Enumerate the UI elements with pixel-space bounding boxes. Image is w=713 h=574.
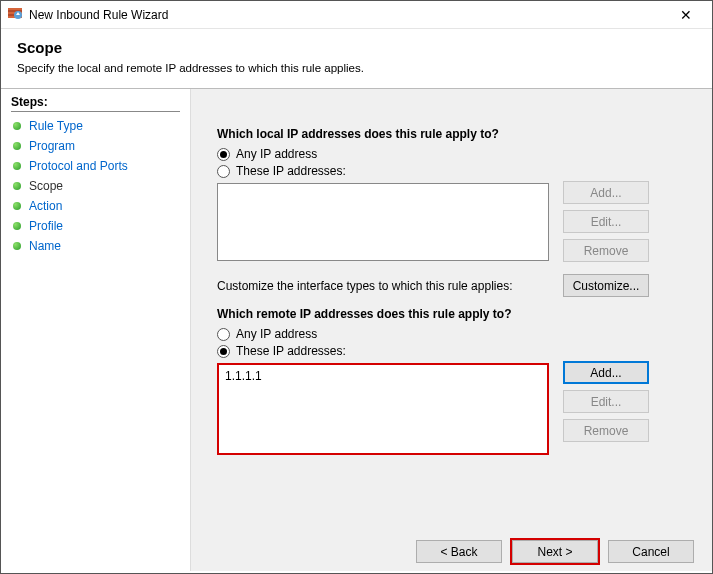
titlebar: New Inbound Rule Wizard ✕ xyxy=(1,1,712,29)
step-name[interactable]: Name xyxy=(11,236,180,256)
local-ip-listbox[interactable] xyxy=(217,183,549,261)
radio-label: These IP addresses: xyxy=(236,164,346,178)
step-bullet-icon xyxy=(13,142,21,150)
step-label: Name xyxy=(29,239,61,253)
remote-any-ip-radio[interactable]: Any IP address xyxy=(217,327,692,341)
page-title: Scope xyxy=(17,39,696,56)
back-button[interactable]: < Back xyxy=(416,540,502,563)
step-bullet-icon xyxy=(13,162,21,170)
radio-label: These IP addresses: xyxy=(236,344,346,358)
step-label: Profile xyxy=(29,219,63,233)
radio-icon xyxy=(217,345,230,358)
local-add-button[interactable]: Add... xyxy=(563,181,649,204)
step-label: Scope xyxy=(29,179,63,193)
step-label: Program xyxy=(29,139,75,153)
step-action[interactable]: Action xyxy=(11,196,180,216)
cancel-button[interactable]: Cancel xyxy=(608,540,694,563)
steps-heading: Steps: xyxy=(11,95,180,112)
remote-remove-button[interactable]: Remove xyxy=(563,419,649,442)
page-subtitle: Specify the local and remote IP addresse… xyxy=(17,62,696,74)
window-title: New Inbound Rule Wizard xyxy=(29,8,666,22)
step-label: Protocol and Ports xyxy=(29,159,128,173)
svg-rect-1 xyxy=(8,8,22,10)
remote-these-ip-radio[interactable]: These IP addresses: xyxy=(217,344,692,358)
step-label: Action xyxy=(29,199,62,213)
step-rule-type[interactable]: Rule Type xyxy=(11,116,180,136)
step-profile[interactable]: Profile xyxy=(11,216,180,236)
radio-label: Any IP address xyxy=(236,327,317,341)
close-button[interactable]: ✕ xyxy=(666,1,706,29)
wizard-footer: < Back Next > Cancel xyxy=(416,540,694,563)
step-protocol-and-ports[interactable]: Protocol and Ports xyxy=(11,156,180,176)
steps-sidebar: Steps: Rule Type Program Protocol and Po… xyxy=(1,89,191,571)
local-ip-question: Which local IP addresses does this rule … xyxy=(217,127,692,141)
step-bullet-icon xyxy=(13,222,21,230)
local-edit-button[interactable]: Edit... xyxy=(563,210,649,233)
step-bullet-icon xyxy=(13,202,21,210)
wizard-header: Scope Specify the local and remote IP ad… xyxy=(1,29,712,89)
next-button[interactable]: Next > xyxy=(512,540,598,563)
local-these-ip-radio[interactable]: These IP addresses: xyxy=(217,164,692,178)
radio-icon xyxy=(217,328,230,341)
remote-ip-question: Which remote IP addresses does this rule… xyxy=(217,307,692,321)
step-program[interactable]: Program xyxy=(11,136,180,156)
remote-edit-button[interactable]: Edit... xyxy=(563,390,649,413)
remote-ip-listbox[interactable]: 1.1.1.1 xyxy=(217,363,549,455)
firewall-icon xyxy=(7,5,23,24)
step-scope[interactable]: Scope xyxy=(11,176,180,196)
list-item[interactable]: 1.1.1.1 xyxy=(225,369,541,383)
local-any-ip-radio[interactable]: Any IP address xyxy=(217,147,692,161)
step-bullet-icon xyxy=(13,122,21,130)
radio-label: Any IP address xyxy=(236,147,317,161)
step-bullet-icon xyxy=(13,242,21,250)
wizard-main-panel: Which local IP addresses does this rule … xyxy=(191,89,712,571)
step-bullet-icon xyxy=(13,182,21,190)
local-remove-button[interactable]: Remove xyxy=(563,239,649,262)
customize-text: Customize the interface types to which t… xyxy=(217,279,512,293)
step-label: Rule Type xyxy=(29,119,83,133)
remote-add-button[interactable]: Add... xyxy=(563,361,649,384)
radio-icon xyxy=(217,165,230,178)
radio-icon xyxy=(217,148,230,161)
customize-button[interactable]: Customize... xyxy=(563,274,649,297)
